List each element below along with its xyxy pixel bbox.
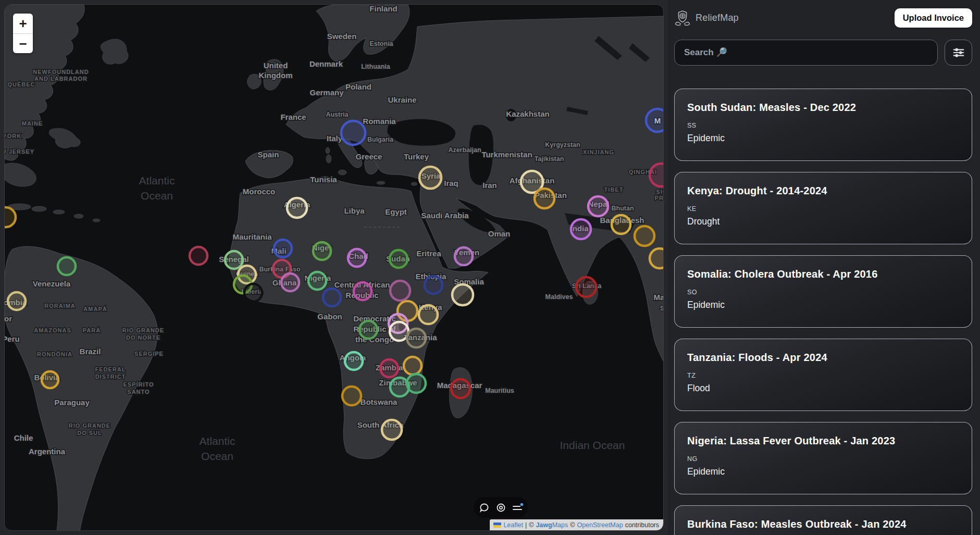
map-label: Paraguay (54, 398, 90, 407)
map-marker[interactable] (576, 277, 596, 297)
land-new-england (5, 163, 36, 186)
map-marker[interactable] (455, 247, 473, 265)
map-marker[interactable] (359, 321, 377, 339)
leaflet-link[interactable]: Leaflet (503, 521, 523, 529)
landmass-layer (5, 5, 664, 531)
map-label: Brazil (80, 347, 101, 356)
map-marker[interactable] (244, 284, 262, 302)
event-card-type: Epidemic (687, 466, 959, 477)
map-marker[interactable] (382, 420, 402, 440)
map-marker[interactable] (419, 305, 438, 324)
map-label: Greece (356, 152, 382, 161)
event-card[interactable]: Tanzania: Floods - Apr 2024 TZ Flood (674, 339, 972, 411)
map-marker[interactable] (225, 251, 243, 269)
map-marker[interactable] (380, 359, 398, 377)
island-crete (377, 181, 385, 184)
map-marker[interactable] (390, 322, 408, 341)
map-label: DO SUL (77, 430, 102, 436)
map-marker[interactable] (341, 121, 365, 145)
map-marker[interactable] (407, 374, 426, 393)
map-label: PRO (655, 195, 664, 201)
island-sardinia (326, 155, 331, 163)
map-marker[interactable] (390, 281, 410, 301)
filter-button[interactable] (945, 40, 972, 66)
map-label: Denmark (309, 59, 343, 68)
zoom-out-button[interactable]: − (13, 33, 33, 53)
event-card-title: Burkina Faso: Measles Outbreak - Jan 202… (687, 517, 959, 531)
map-label: RIO GRANDE (122, 327, 164, 333)
event-card[interactable]: Somalia: Cholera Outbreak - Apr 2016 SO … (674, 255, 972, 328)
world-map[interactable]: QUÉBECNEWFOUNDLANDAND LABRADORMAINENEW Y… (5, 5, 664, 531)
map-label: Ocean (141, 190, 173, 202)
chat-bubble-icon[interactable] (479, 503, 489, 513)
map-label: Atlantic (200, 435, 235, 447)
map-marker[interactable] (342, 387, 361, 405)
map-marker[interactable] (58, 257, 76, 275)
contributors-label: contributors (625, 521, 659, 529)
map-marker[interactable] (390, 250, 407, 268)
map-label: Iraq (444, 179, 458, 188)
map-label: Libya (344, 206, 365, 215)
map-label: Austria (326, 111, 349, 118)
map-marker[interactable] (348, 249, 366, 267)
land-newfoundland (101, 39, 128, 64)
event-card-title: South Sudan: Measles - Dec 2022 (687, 101, 959, 114)
map-marker[interactable] (345, 352, 363, 370)
map-marker[interactable] (407, 329, 426, 347)
map-marker[interactable] (571, 219, 591, 239)
event-card[interactable]: Nigeria: Lassa Fever Outbreak - Jan 2023… (674, 422, 972, 494)
map-marker[interactable] (404, 357, 421, 375)
map-label: Mauritania (232, 232, 272, 241)
attribution-separator: | (525, 521, 527, 529)
zoom-in-button[interactable]: + (13, 14, 33, 33)
map-marker[interactable] (8, 292, 26, 310)
map-label: Turkey (404, 152, 429, 161)
map-marker[interactable] (650, 164, 664, 186)
jawg-link[interactable]: JawgMaps (536, 521, 568, 529)
event-card[interactable]: Kenya: Drought - 2014-2024 KE Drought (674, 172, 972, 244)
map-marker[interactable] (419, 167, 441, 189)
map-marker[interactable] (650, 248, 664, 268)
map-label: Indian Ocean (560, 439, 625, 451)
map-marker[interactable] (190, 247, 207, 265)
upload-invoice-button[interactable]: Upload Invoice (895, 8, 972, 28)
map-marker[interactable] (612, 215, 630, 234)
eye-icon[interactable] (496, 503, 506, 513)
map-label: PARÁ (83, 327, 101, 333)
island-hispaniola (32, 206, 46, 211)
map-toolbar[interactable] (474, 497, 528, 518)
list-settings-icon[interactable] (513, 503, 523, 513)
island-antilles (74, 214, 83, 218)
map-panel[interactable]: QUÉBECNEWFOUNDLANDAND LABRADORMAINENEW Y… (4, 4, 664, 531)
map-marker[interactable] (308, 272, 326, 290)
map-marker[interactable] (281, 273, 299, 291)
map-marker[interactable] (646, 109, 664, 132)
map-marker[interactable] (274, 240, 292, 257)
map-label: Botswana (361, 397, 398, 406)
map-label: Poland (345, 82, 371, 91)
map-marker[interactable] (535, 189, 554, 208)
map-marker[interactable] (42, 371, 58, 388)
map-marker[interactable] (323, 289, 341, 306)
event-card-type: Flood (687, 383, 959, 394)
map-marker[interactable] (452, 284, 473, 305)
map-label: Bulgaria (367, 136, 394, 143)
map-marker[interactable] (635, 226, 654, 246)
map-marker[interactable] (5, 207, 16, 227)
map-marker[interactable] (313, 242, 331, 260)
map-marker[interactable] (588, 196, 608, 216)
map-marker[interactable] (425, 276, 442, 294)
map-marker[interactable] (451, 379, 470, 398)
map-label: SERGIPE (134, 351, 164, 357)
map-label: MAINE (22, 120, 43, 127)
map-label: ESPÍRITO (123, 381, 154, 388)
event-card[interactable]: Burkina Faso: Measles Outbreak - Jan 202… (674, 505, 972, 535)
map-marker[interactable] (354, 282, 371, 300)
map-label: AND LABRADOR (34, 76, 88, 82)
map-zoom-control[interactable]: + − (13, 14, 33, 53)
map-label: Eritrea (416, 249, 441, 258)
search-input[interactable] (674, 40, 938, 66)
map-marker[interactable] (287, 198, 307, 218)
event-card[interactable]: South Sudan: Measles - Dec 2022 SS Epide… (674, 89, 972, 161)
openstreetmap-link[interactable]: OpenStreetMap (577, 521, 623, 529)
